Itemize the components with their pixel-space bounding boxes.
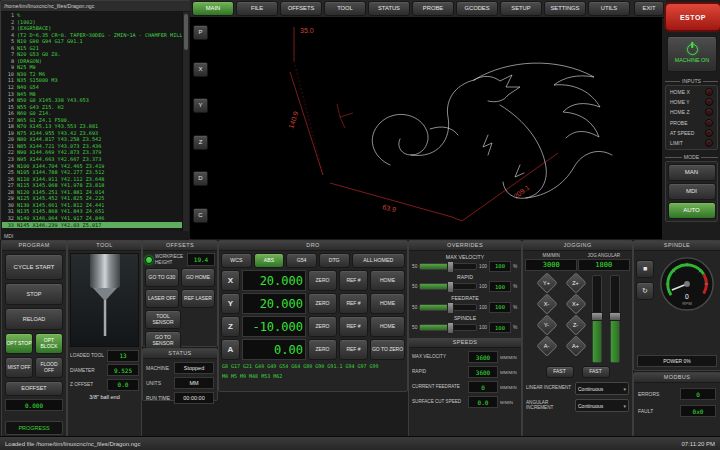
home-x-led-icon: [705, 88, 713, 96]
laser-off-button[interactable]: LASER OFF: [145, 289, 179, 308]
mist-button[interactable]: MIST OFF: [5, 357, 33, 378]
jog-x-minus-button[interactable]: X-: [536, 295, 558, 313]
tab-file[interactable]: FILE: [236, 1, 278, 16]
tab-status[interactable]: STATUS: [368, 1, 410, 16]
z-home-button[interactable]: HOME: [370, 316, 405, 337]
x-zero-button[interactable]: ZERO: [308, 270, 337, 291]
feedrate-override-slider[interactable]: [419, 304, 477, 311]
view-z-button[interactable]: Z: [193, 135, 208, 150]
jog-z-minus-button[interactable]: Z-: [565, 316, 587, 334]
z-ref-button[interactable]: REF #: [339, 316, 368, 337]
tab-settings[interactable]: SETTINGS: [544, 1, 586, 16]
max-velocity-slider[interactable]: [419, 263, 477, 270]
z-axis-dro: -10.000: [242, 316, 306, 337]
tab-probe[interactable]: PROBE: [412, 1, 454, 16]
mode-mdi-button[interactable]: MDI: [668, 183, 716, 200]
ref-laser-button[interactable]: REF LASER: [181, 289, 215, 308]
rapid-speed-value: 3600: [468, 366, 498, 378]
x-axis-button[interactable]: X: [221, 270, 240, 291]
linear-fast-button[interactable]: FAST: [546, 366, 574, 378]
tab-setup[interactable]: SETUP: [500, 1, 542, 16]
jog-x-plus-button[interactable]: X+: [565, 295, 587, 313]
go-to-g30-button[interactable]: GO TO G30: [145, 268, 179, 287]
eoffset-button[interactable]: EOFFSET: [5, 381, 63, 396]
angular-jog-slider[interactable]: [610, 275, 620, 363]
top-menu-bar: MAIN FILE OFFSETS TOOL STATUS PROBE GCOD…: [190, 0, 666, 18]
gcode-preview-area[interactable]: P X Y Z D C 35.0 140.: [190, 17, 662, 239]
x-home-button[interactable]: HOME: [370, 270, 405, 291]
tab-utils[interactable]: UTILS: [588, 1, 630, 16]
y-axis-dro: 20.000: [242, 293, 306, 314]
view-dimensions-button[interactable]: D: [193, 171, 208, 186]
machine-on-button[interactable]: MACHINE ON: [667, 36, 717, 72]
tool-sensor-button[interactable]: TOOL SENSOR: [145, 310, 181, 329]
angular-jog-rate-value: 1800: [578, 259, 630, 271]
jog-pad: Y+ Z+ X- X+ Y- Z- A- A+: [536, 274, 587, 363]
active-mcodes: M0 M5 M9 M48 M53 M62: [222, 373, 404, 380]
spindle-fwd-button[interactable]: ↻: [636, 282, 654, 300]
surface-cut-speed-row: SURFACE CUT SPEED 0.0 M/MIN: [412, 396, 518, 408]
mode-auto-button[interactable]: AUTO: [668, 202, 716, 219]
opt-block-button[interactable]: OPT BLOCK: [35, 333, 63, 354]
jog-a-plus-button[interactable]: A+: [565, 337, 587, 355]
modbus-fault-row: FAULT 0x0: [638, 405, 716, 417]
view-y-button[interactable]: Y: [193, 98, 208, 113]
angular-fast-button[interactable]: FAST: [582, 366, 610, 378]
reload-button[interactable]: RELOAD: [5, 308, 63, 330]
workpiece-height-value: 19.4: [187, 253, 215, 266]
y-ref-button[interactable]: REF #: [339, 293, 368, 314]
rapid-override-slider[interactable]: [419, 283, 477, 290]
x-ref-button[interactable]: REF #: [339, 270, 368, 291]
spindle-stop-button[interactable]: ■: [636, 260, 654, 278]
a-axis-button[interactable]: A: [221, 339, 240, 360]
rapid-override-value: 100: [489, 281, 511, 292]
estop-button[interactable]: ESTOP: [664, 2, 720, 32]
z-axis-button[interactable]: Z: [221, 316, 240, 337]
view-perspective-button[interactable]: P: [193, 25, 208, 40]
angular-increment-select[interactable]: Continuous ▾: [575, 399, 629, 412]
dtg-button[interactable]: DTG: [319, 253, 350, 268]
dro-panel: DRO WCS ABS G54 DTG ALL HOMED X 20.000 Z…: [218, 240, 408, 392]
view-clear-button[interactable]: C: [193, 208, 208, 223]
opt-stop-button[interactable]: OPT STOP: [5, 333, 33, 354]
mode-man-button[interactable]: MAN: [668, 164, 716, 181]
jog-y-plus-button[interactable]: Y+: [536, 274, 558, 292]
scrollbar-thumb[interactable]: [184, 14, 189, 50]
tab-tool[interactable]: TOOL: [324, 1, 366, 16]
dim-label-bottom: 63.9: [382, 203, 397, 213]
abs-button[interactable]: ABS: [254, 253, 285, 268]
tab-gcodes[interactable]: GCODES: [456, 1, 498, 16]
flood-button[interactable]: FLOOD OFF: [35, 357, 63, 378]
y-axis-button[interactable]: Y: [221, 293, 240, 314]
a-zero-button[interactable]: ZERO: [308, 339, 337, 360]
g54-button[interactable]: G54: [286, 253, 317, 268]
all-homed-button[interactable]: ALL HOMED: [352, 253, 406, 268]
spindle-override-slider[interactable]: [419, 324, 477, 331]
gcode-list[interactable]: 1%2(1002)3(EXGR5BACE)4(T2 D=6.35 CR=0. T…: [2, 12, 182, 231]
tab-offsets[interactable]: OFFSETS: [280, 1, 322, 16]
linear-increment-select[interactable]: Continuous ▾: [575, 382, 629, 395]
spindle-rpm-value: 0: [685, 293, 689, 300]
jog-y-minus-button[interactable]: Y-: [536, 316, 558, 334]
cycle-start-button[interactable]: CYCLE START: [5, 254, 63, 280]
view-x-button[interactable]: X: [193, 62, 208, 77]
y-zero-button[interactable]: ZERO: [308, 293, 337, 314]
y-home-button[interactable]: HOME: [370, 293, 405, 314]
mode-section-title: MODE: [665, 154, 718, 160]
z-zero-button[interactable]: ZERO: [308, 316, 337, 337]
tab-main[interactable]: MAIN: [192, 1, 234, 16]
linear-jog-slider[interactable]: [592, 275, 602, 363]
spindle-image: [90, 254, 120, 288]
gcode-line[interactable]: 33N145 X146.239 Y42.03 Z5.017: [2, 222, 182, 229]
a-ref-button[interactable]: REF #: [339, 339, 368, 360]
go-home-button[interactable]: GO HOME: [181, 268, 215, 287]
mdi-tab[interactable]: MDI: [4, 232, 14, 240]
stop-button[interactable]: STOP: [5, 283, 63, 305]
gcode-scrollbar[interactable]: [182, 12, 189, 231]
eoffset-value: 0.000: [5, 399, 63, 411]
a-go-to-zero-button[interactable]: GO TO ZERO: [370, 339, 405, 360]
jog-z-plus-button[interactable]: Z+: [565, 274, 587, 292]
exit-button[interactable]: EXIT: [634, 1, 664, 16]
wcs-button[interactable]: WCS: [221, 253, 252, 268]
jog-a-minus-button[interactable]: A-: [536, 337, 558, 355]
